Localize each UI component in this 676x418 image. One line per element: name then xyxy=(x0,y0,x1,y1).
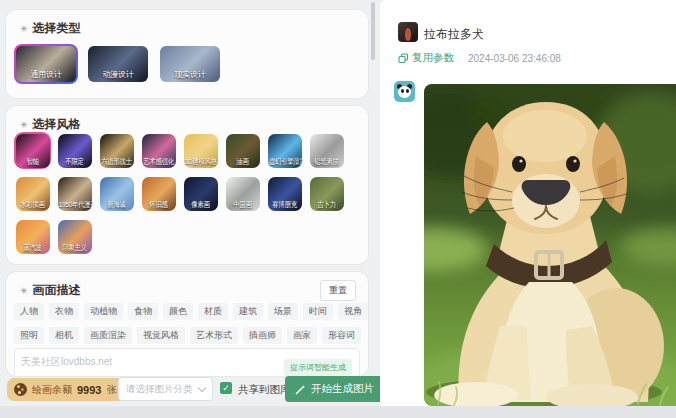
required-marker: ✳ xyxy=(20,120,28,130)
reuse-params-label: 复用参数 xyxy=(412,51,454,65)
style-option[interactable]: 印象主义 xyxy=(56,218,93,255)
type-section-title-text: 选择类型 xyxy=(33,20,81,37)
prompt-tag-chip[interactable]: 照明 xyxy=(14,327,44,344)
prompt-tag-chip[interactable]: 材质 xyxy=(198,303,228,320)
reset-button[interactable]: 重置 xyxy=(320,280,356,301)
style-option-thumbnail xyxy=(310,134,344,168)
style-option[interactable]: 怀旧感 xyxy=(140,175,177,212)
style-option-thumbnail xyxy=(16,220,50,254)
balance-badge: 绘画余额 9993 张 xyxy=(7,378,126,401)
type-option-thumbnail xyxy=(16,46,76,82)
bottom-strip xyxy=(0,406,676,418)
style-option-thumbnail xyxy=(184,134,218,168)
type-option-thumbnail xyxy=(160,46,220,82)
timestamp: 2024-03-06 23:46:08 xyxy=(468,53,561,64)
prompt-tag-chip[interactable]: 视角 xyxy=(338,303,368,320)
prompt-tag-chip[interactable]: 场景 xyxy=(268,303,298,320)
generate-button[interactable]: 开始生成图片 xyxy=(285,376,384,402)
result-panel: 拉布拉多犬 复用参数 2024-03-06 23:46:08 xyxy=(380,0,676,406)
type-option-thumbnail xyxy=(88,46,148,82)
prompt-tag-chip[interactable]: 画家 xyxy=(287,327,317,344)
style-option-thumbnail xyxy=(268,134,302,168)
ai-prompt-button[interactable]: 提示词智能生成 xyxy=(284,359,352,376)
description-card: ✳ 画面描述 重置 人物衣物动植物食物颜色材质建筑场景时间视角照明相机画质渲染视… xyxy=(6,272,368,376)
style-section-title: ✳ 选择风格 xyxy=(20,116,81,133)
prompt-tag-chip[interactable]: 插画师 xyxy=(243,327,282,344)
style-option[interactable]: 铅笔素描 xyxy=(308,132,345,169)
required-marker: ✳ xyxy=(20,24,28,34)
prompt-tag-rows: 人物衣物动植物食物颜色材质建筑场景时间视角照明相机画质渲染视觉风格艺术形式插画师… xyxy=(14,303,362,344)
description-section-title-text: 画面描述 xyxy=(33,282,81,299)
palette-icon xyxy=(14,383,27,396)
app-window: ✳ 选择类型 通用设计动漫设计现实设计 ✳ 选择风格 智能不限定六边形战士艺术感… xyxy=(0,0,676,418)
reuse-params-button[interactable]: 复用参数 xyxy=(398,51,454,65)
prompt-tag-chip[interactable]: 艺术形式 xyxy=(190,327,238,344)
style-option[interactable]: 智能 xyxy=(14,132,51,169)
prompt-tag-chip[interactable]: 形容词 xyxy=(322,327,361,344)
style-option[interactable]: 赛博朋克 xyxy=(266,175,303,212)
style-option[interactable]: 3D建模风格 xyxy=(182,132,219,169)
wand-icon xyxy=(295,384,306,395)
style-option[interactable]: 虚幻引擎渲染 xyxy=(266,132,303,169)
prompt-tag-chip[interactable]: 时间 xyxy=(303,303,333,320)
style-option[interactable]: 中国画 xyxy=(224,175,261,212)
style-option[interactable]: 吉卜力 xyxy=(308,175,345,212)
type-select-card: ✳ 选择类型 通用设计动漫设计现实设计 xyxy=(6,10,368,98)
style-option-thumbnail xyxy=(100,134,134,168)
balance-value: 9993 xyxy=(77,384,101,396)
prompt-tag-chip[interactable]: 视觉风格 xyxy=(137,327,185,344)
style-select-card: ✳ 选择风格 智能不限定六边形战士艺术感强化3D建模风格油画虚幻引擎渲染铅笔素描… xyxy=(6,106,368,264)
style-option-thumbnail xyxy=(142,134,176,168)
type-option[interactable]: 现实设计 xyxy=(158,44,222,84)
style-option-thumbnail xyxy=(268,177,302,211)
generate-button-label: 开始生成图片 xyxy=(311,382,374,396)
style-option-thumbnail xyxy=(226,134,260,168)
prompt-tag-chip[interactable]: 人物 xyxy=(14,303,44,320)
style-option-thumbnail xyxy=(100,177,134,211)
style-option[interactable]: 艺术感强化 xyxy=(140,132,177,169)
category-select-placeholder: 请选择图片分类 xyxy=(126,383,193,396)
balance-suffix: 张 xyxy=(106,383,116,397)
style-option-thumbnail xyxy=(58,134,92,168)
prompt-tag-row: 人物衣物动植物食物颜色材质建筑场景时间视角 xyxy=(14,303,362,320)
style-option[interactable]: 蒸汽波 xyxy=(14,218,51,255)
style-options-grid: 智能不限定六边形战士艺术感强化3D建模风格油画虚幻引擎渲染铅笔素描水彩插画195… xyxy=(14,132,345,255)
style-option-thumbnail xyxy=(226,177,260,211)
type-options-grid: 通用设计动漫设计现实设计 xyxy=(14,44,222,84)
share-checkbox[interactable]: ✓ xyxy=(220,382,232,394)
prompt-tag-chip[interactable]: 画质渲染 xyxy=(84,327,132,344)
style-option[interactable]: 新海诚 xyxy=(98,175,135,212)
prompt-tag-chip[interactable]: 食物 xyxy=(128,303,158,320)
style-option[interactable]: 油画 xyxy=(224,132,261,169)
type-option[interactable]: 动漫设计 xyxy=(86,44,150,84)
prompt-tag-chip[interactable]: 衣物 xyxy=(49,303,79,320)
style-option[interactable]: 像素画 xyxy=(182,175,219,212)
style-option-thumbnail xyxy=(58,220,92,254)
style-option-thumbnail xyxy=(142,177,176,211)
style-section-title-text: 选择风格 xyxy=(33,116,81,133)
type-option[interactable]: 通用设计 xyxy=(14,44,78,84)
style-option[interactable]: 水彩插画 xyxy=(14,175,51,212)
style-option[interactable]: 不限定 xyxy=(56,132,93,169)
scrollbar[interactable] xyxy=(371,2,375,60)
generated-image[interactable] xyxy=(424,84,676,406)
style-option-thumbnail xyxy=(16,134,50,168)
prompt-tag-chip[interactable]: 相机 xyxy=(49,327,79,344)
user-avatar xyxy=(398,22,418,42)
labrador-illustration xyxy=(424,84,676,406)
type-section-title: ✳ 选择类型 xyxy=(20,20,81,37)
prompt-tag-row: 照明相机画质渲染视觉风格艺术形式插画师画家形容词 xyxy=(14,327,362,344)
balance-prefix: 绘画余额 xyxy=(32,383,72,397)
category-select[interactable]: 请选择图片分类 xyxy=(118,377,213,401)
required-marker: ✳ xyxy=(20,286,28,296)
style-option-thumbnail xyxy=(16,177,50,211)
description-section-title: ✳ 画面描述 xyxy=(20,282,81,299)
style-option[interactable]: 六边形战士 xyxy=(98,132,135,169)
prompt-tag-chip[interactable]: 动植物 xyxy=(84,303,123,320)
share-label: 共享到图库 xyxy=(238,383,291,397)
copy-icon xyxy=(398,53,409,64)
panda-avatar-icon xyxy=(394,81,415,102)
prompt-tag-chip[interactable]: 颜色 xyxy=(163,303,193,320)
style-option[interactable]: 1950年代漫画 xyxy=(56,175,93,212)
prompt-tag-chip[interactable]: 建筑 xyxy=(233,303,263,320)
